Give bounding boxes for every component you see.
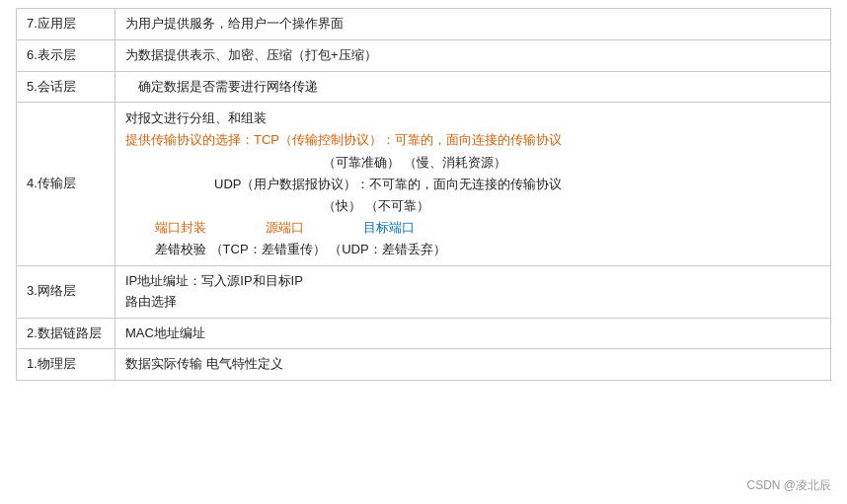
content-text: 为用户提供服务，给用户一个操作界面 (125, 16, 344, 31)
line-1: 对报文进行分组、和组装 (125, 108, 820, 129)
layer-cell: 3.网络层 (17, 266, 116, 319)
content-cell: 数据实际传输 电气特性定义 (116, 349, 831, 381)
content-text: 数据实际传输 电气特性定义 (125, 356, 283, 371)
content-cell: IP地址编址：写入源IP和目标IP 路由选择 (116, 266, 831, 319)
osi-table: 7.应用层 为用户提供服务，给用户一个操作界面 6.表示层 为数据提供表示、加密… (16, 8, 831, 381)
line-4: UDP（用户数据报协议）：不可靠的，面向无连接的传输协议 (125, 174, 820, 195)
line-5: （快） （不可靠） (125, 195, 820, 217)
content-cell: 为用户提供服务，给用户一个操作界面 (116, 9, 831, 40)
watermark: CSDN @凌北辰 (746, 477, 831, 494)
layer-cell: 6.表示层 (17, 39, 116, 71)
layer-cell: 2.数据链路层 (17, 318, 116, 349)
layer-cell: 4.传输层 (17, 103, 116, 266)
table-row: 5.会话层 确定数据是否需要进行网络传递 (17, 71, 831, 103)
line-3: （可靠准确） （慢、消耗资源） (125, 152, 820, 174)
content-cell: 确定数据是否需要进行网络传递 (116, 71, 831, 103)
page-wrapper: 7.应用层 为用户提供服务，给用户一个操作界面 6.表示层 为数据提供表示、加密… (0, 0, 847, 504)
table-row: 6.表示层 为数据提供表示、加密、压缩（打包+压缩） (17, 39, 831, 71)
layer-cell: 7.应用层 (17, 9, 116, 40)
table-row: 2.数据链路层 MAC地址编址 (17, 318, 831, 349)
layer-cell: 5.会话层 (17, 71, 116, 103)
layer-cell: 1.物理层 (17, 349, 116, 381)
port-col1: 端口封装 (155, 217, 206, 239)
content-text: 为数据提供表示、加密、压缩（打包+压缩） (125, 47, 377, 62)
line-2: 提供传输协议的选择：TCP（传输控制协议）：可靠的，面向连接的传输协议 (125, 129, 820, 151)
table-row: 3.网络层 IP地址编址：写入源IP和目标IP 路由选择 (17, 266, 831, 319)
content-text: 确定数据是否需要进行网络传递 (125, 79, 318, 94)
port-col2: 源端口 (266, 217, 304, 239)
network-line2: 路由选择 (125, 292, 820, 313)
port-col3: 目标端口 (363, 217, 415, 239)
content-cell: 对报文进行分组、和组装 提供传输协议的选择：TCP（传输控制协议）：可靠的，面向… (116, 103, 831, 266)
line-7: 差错校验 （TCP：差错重传） （UDP：差错丢弃） (125, 239, 820, 260)
table-row: 7.应用层 为用户提供服务，给用户一个操作界面 (17, 9, 831, 40)
content-cell: 为数据提供表示、加密、压缩（打包+压缩） (116, 39, 831, 71)
network-line1: IP地址编址：写入源IP和目标IP (125, 271, 820, 292)
table-row: 1.物理层 数据实际传输 电气特性定义 (17, 349, 831, 381)
port-row: 端口封装 源端口 目标端口 (125, 217, 820, 239)
content-cell: MAC地址编址 (116, 318, 831, 349)
transport-content: 对报文进行分组、和组装 提供传输协议的选择：TCP（传输控制协议）：可靠的，面向… (125, 108, 820, 260)
table-row: 4.传输层 对报文进行分组、和组装 提供传输协议的选择：TCP（传输控制协议）：… (17, 103, 831, 266)
content-text: MAC地址编址 (125, 325, 205, 340)
